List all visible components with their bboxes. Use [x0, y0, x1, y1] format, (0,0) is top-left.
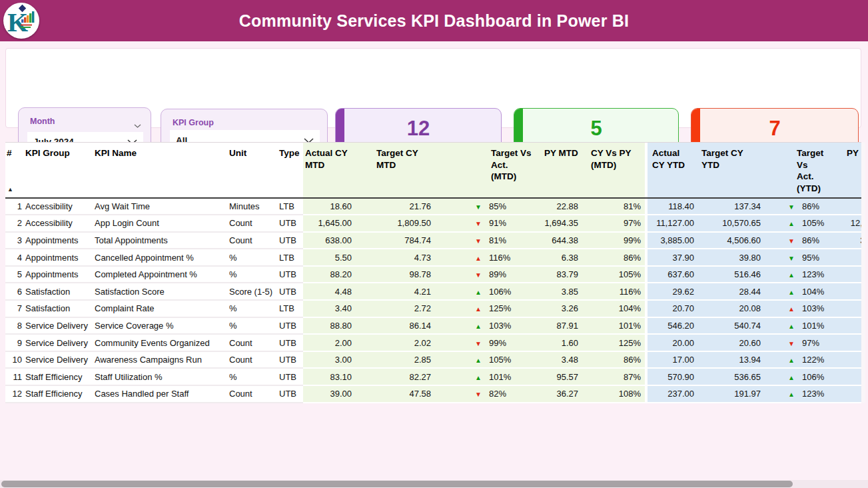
variance-percent: 123% — [802, 389, 824, 399]
cell-num: 8 — [5, 317, 24, 335]
column-header-unit[interactable]: Unit — [228, 143, 278, 198]
table-vertical-scrollbar[interactable] — [861, 142, 865, 403]
trend-down-icon: ▼ — [788, 237, 797, 245]
cell-py-mtd: 83.79 — [536, 266, 580, 283]
cell-target-cy-mtd: 86.14 — [355, 317, 433, 335]
cell-kpi-group: Service Delivery — [24, 351, 93, 369]
cell-unit: Count — [228, 215, 278, 232]
cell-target-cy-mtd: 1,809.50 — [355, 215, 433, 232]
cell-target-vs-act-ytd: ▲104% — [763, 283, 827, 300]
table-row: 4AppointmentsCancelled Appointment %%LTB… — [5, 249, 861, 266]
trend-up-icon: ▲ — [475, 374, 484, 381]
cell-cy-vs-py-mtd: 86% — [580, 249, 645, 266]
cell-kpi-name: Complaint Rate — [93, 300, 228, 317]
column-header-num[interactable]: #▲ — [5, 143, 24, 198]
cell-unit: Minutes — [228, 198, 278, 215]
variance-percent: 89% — [489, 269, 506, 279]
variance-percent: 116% — [489, 253, 510, 263]
column-header-actual-cy-mtd[interactable]: Actual CY MTD — [303, 143, 355, 198]
column-header-py-mtd[interactable]: PY MTD — [536, 143, 580, 198]
cell-actual-cy-mtd: 5.50 — [303, 249, 355, 266]
column-header-kpi-group[interactable]: KPI Group — [24, 143, 93, 198]
table-row: 6SatisfactionSatisfaction ScoreScore (1-… — [5, 283, 861, 300]
table-body: 1AccessibilityAvg Wait TimeMinutesLTB18.… — [5, 198, 861, 403]
cell-py-mtd: 1,694.35 — [536, 215, 580, 232]
trend-up-icon: ▲ — [788, 271, 797, 279]
cell-target-cy-ytd: 540.74 — [695, 317, 763, 335]
column-header-kpi-name[interactable]: KPI Name — [93, 143, 228, 198]
table-row: 3AppointmentsTotal AppointmentsCountUTB6… — [5, 232, 861, 249]
horizontal-scrollbar-track[interactable] — [0, 480, 868, 488]
trend-up-icon: ▲ — [475, 323, 484, 330]
cell-actual-cy-mtd: 1,645.00 — [303, 215, 355, 232]
cell-py-mtd: 95.57 — [536, 368, 580, 385]
cell-kpi-group: Accessibility — [24, 198, 93, 215]
trend-down-icon: ▼ — [475, 391, 484, 398]
column-header-target-vs-act-ytd[interactable]: Target Vs Act. (YTD) — [763, 143, 827, 198]
column-header-target-cy-ytd[interactable]: Target CY YTD — [695, 143, 763, 198]
cell-target-vs-act-mtd: ▼81% — [433, 232, 536, 249]
variance-percent: 105% — [489, 355, 511, 365]
cell-kpi-name: App Login Count — [93, 215, 228, 232]
cell-actual-cy-ytd: 29.62 — [648, 283, 695, 300]
trend-down-icon: ▼ — [788, 203, 797, 211]
kpi-group-slicer-label: KPI Group — [173, 118, 214, 127]
column-header-target-cy-mtd[interactable]: Target CY MTD — [355, 143, 433, 198]
horizontal-scrollbar-thumb[interactable] — [1, 481, 793, 487]
variance-percent: 123% — [802, 269, 824, 279]
cell-cy-vs-py-mtd: 105% — [580, 266, 645, 283]
cell-unit: % — [228, 249, 278, 266]
cell-kpi-name: Staff Utilization % — [93, 368, 228, 385]
cell-num: 1 — [5, 198, 24, 215]
cell-type: UTB — [278, 368, 303, 385]
trend-down-icon: ▼ — [475, 271, 484, 279]
cell-target-cy-mtd: 2.72 — [355, 300, 433, 317]
variance-percent: 122% — [802, 355, 824, 365]
cell-target-vs-act-mtd: ▲103% — [433, 317, 536, 335]
variance-percent: 85% — [489, 201, 506, 211]
variance-percent: 104% — [802, 287, 824, 297]
column-header-target-vs-act-mtd[interactable]: Target Vs Act. (MTD) — [433, 143, 536, 198]
month-slicer-label: Month — [30, 117, 55, 126]
cell-num: 6 — [5, 283, 24, 300]
cell-kpi-name: Cases Handled per Staff — [93, 385, 228, 403]
column-header-type[interactable]: Type — [278, 143, 303, 198]
cell-target-vs-act-ytd: ▼86% — [763, 232, 827, 249]
cell-target-vs-act-mtd: ▲125% — [433, 300, 536, 317]
cell-kpi-group: Staff Efficiency — [24, 385, 93, 403]
cell-actual-cy-ytd: 118.40 — [648, 198, 695, 215]
cell-num: 9 — [5, 334, 24, 351]
variance-percent: 95% — [802, 253, 819, 263]
variance-percent: 103% — [489, 321, 511, 331]
column-header-actual-cy-ytd[interactable]: Actual CY YTD — [648, 143, 695, 198]
cell-target-vs-act-ytd: ▲103% — [763, 300, 827, 317]
cell-target-vs-act-ytd: ▼97% — [763, 334, 827, 351]
variance-percent: 82% — [489, 389, 506, 399]
cell-py-ytd: 7 — [827, 266, 861, 283]
cell-target-cy-mtd: 4.21 — [355, 283, 433, 300]
cell-py-mtd: 36.27 — [536, 385, 580, 403]
filter-panel: Month July 2024 KPI Group All 12 — [5, 48, 861, 128]
trend-up-icon: ▲ — [475, 305, 484, 313]
page-title: Community Services KPI Dashboard in Powe… — [0, 0, 868, 41]
variance-percent: 125% — [489, 303, 511, 313]
trend-up-icon: ▲ — [475, 255, 484, 262]
column-header-py-ytd[interactable]: PY — [827, 143, 861, 198]
cell-target-cy-ytd: 536.65 — [695, 368, 763, 385]
mtd-target-missed-value: 7 — [691, 117, 858, 140]
cell-actual-cy-mtd: 4.48 — [303, 283, 355, 300]
cell-cy-vs-py-mtd: 86% — [580, 351, 645, 369]
trend-up-icon: ▲ — [788, 220, 797, 227]
cell-unit: Count — [228, 334, 278, 351]
cell-py-ytd — [827, 198, 861, 215]
table-row: 12Staff EfficiencyCases Handled per Staf… — [5, 385, 861, 403]
cell-num: 4 — [5, 249, 24, 266]
cell-cy-vs-py-mtd: 104% — [580, 300, 645, 317]
cell-kpi-group: Service Delivery — [24, 317, 93, 335]
cell-cy-vs-py-mtd: 81% — [580, 198, 645, 215]
column-header-cy-vs-py-mtd[interactable]: CY Vs PY (MTD) — [580, 143, 645, 198]
cell-target-vs-act-ytd: ▼95% — [763, 249, 827, 266]
chevron-down-icon[interactable] — [134, 119, 141, 131]
cell-kpi-name: Satisfaction Score — [93, 283, 228, 300]
variance-percent: 86% — [802, 235, 819, 245]
